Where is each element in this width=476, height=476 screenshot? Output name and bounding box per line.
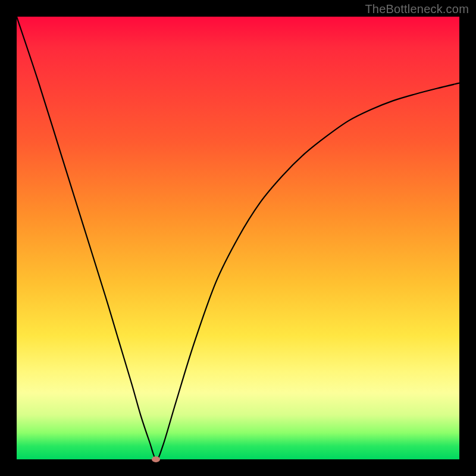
plot-area <box>17 17 459 459</box>
bottleneck-curve <box>17 17 459 459</box>
watermark-text: TheBottleneck.com <box>365 2 469 16</box>
chart-frame: TheBottleneck.com <box>0 0 476 476</box>
minimum-marker <box>152 456 160 462</box>
